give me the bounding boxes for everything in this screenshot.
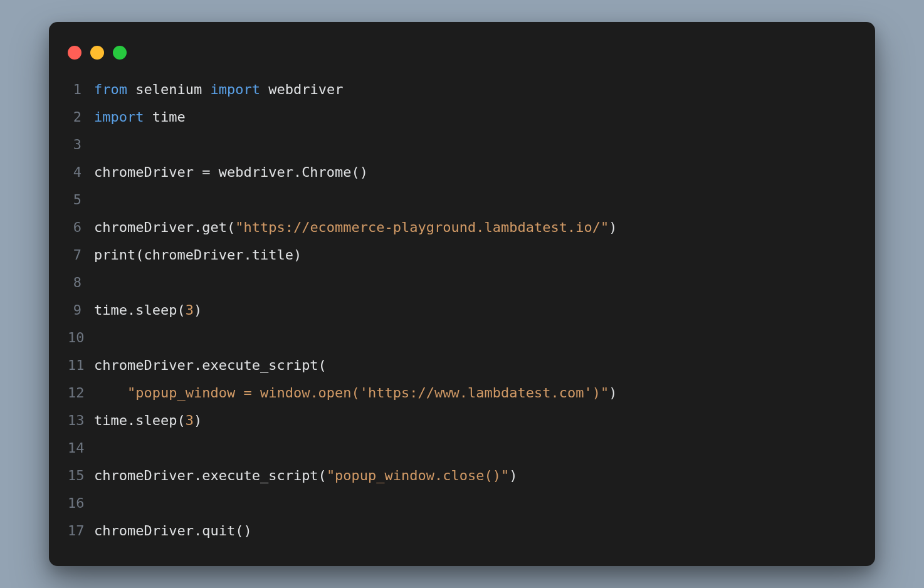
- token-def: print(chromeDriver.title): [94, 247, 302, 263]
- code-line[interactable]: 15chromeDriver.execute_script("popup_win…: [68, 462, 856, 490]
- code-line[interactable]: 5: [68, 186, 856, 214]
- token-kw: import: [210, 81, 260, 97]
- code-line[interactable]: 13time.sleep(3): [68, 407, 856, 434]
- code-line[interactable]: 1from selenium import webdriver: [68, 76, 856, 103]
- token-def: chromeDriver.get(: [94, 219, 235, 235]
- line-number: 8: [68, 269, 94, 297]
- editor-window: 1from selenium import webdriver2import t…: [49, 22, 875, 566]
- code-content[interactable]: chromeDriver.quit(): [94, 517, 856, 545]
- code-line[interactable]: 17chromeDriver.quit(): [68, 517, 856, 545]
- token-def: webdriver: [260, 81, 343, 97]
- line-number: 15: [68, 462, 94, 490]
- code-content[interactable]: chromeDriver.get("https://ecommerce-play…: [94, 214, 856, 241]
- token-def: ): [609, 219, 617, 235]
- line-number: 13: [68, 407, 94, 434]
- code-content[interactable]: [94, 131, 856, 159]
- line-number: 6: [68, 214, 94, 241]
- token-def: chromeDriver.execute_script(: [94, 468, 327, 483]
- zoom-icon[interactable]: [113, 46, 127, 60]
- code-line[interactable]: 4chromeDriver = webdriver.Chrome(): [68, 159, 856, 186]
- token-str: "https://ecommerce-playground.lambdatest…: [235, 219, 609, 235]
- code-line[interactable]: 16: [68, 490, 856, 517]
- token-def: ): [194, 412, 202, 428]
- line-number: 2: [68, 103, 94, 131]
- token-def: ): [194, 302, 202, 318]
- token-num: 3: [186, 412, 194, 428]
- code-line[interactable]: 8: [68, 269, 856, 297]
- token-def: time.sleep(: [94, 412, 186, 428]
- line-number: 3: [68, 131, 94, 159]
- line-number: 16: [68, 490, 94, 517]
- code-line[interactable]: 2import time: [68, 103, 856, 131]
- token-def: [94, 385, 127, 401]
- code-content[interactable]: [94, 434, 856, 462]
- code-line[interactable]: 6chromeDriver.get("https://ecommerce-pla…: [68, 214, 856, 241]
- token-def: selenium: [127, 81, 210, 97]
- line-number: 10: [68, 324, 94, 352]
- token-str: "popup_window.close()": [327, 468, 509, 483]
- line-number: 17: [68, 517, 94, 545]
- code-content[interactable]: import time: [94, 103, 856, 131]
- code-content[interactable]: [94, 490, 856, 517]
- code-line[interactable]: 3: [68, 131, 856, 159]
- token-def: chromeDriver.quit(): [94, 523, 252, 538]
- line-number: 7: [68, 241, 94, 269]
- window-title-bar: [49, 39, 875, 76]
- code-line[interactable]: 12 "popup_window = window.open('https://…: [68, 379, 856, 407]
- line-number: 11: [68, 352, 94, 379]
- token-def: ): [509, 468, 517, 483]
- token-kw: from: [94, 81, 127, 97]
- code-content[interactable]: chromeDriver.execute_script("popup_windo…: [94, 462, 856, 490]
- code-line[interactable]: 10: [68, 324, 856, 352]
- line-number: 1: [68, 76, 94, 103]
- code-line[interactable]: 7print(chromeDriver.title): [68, 241, 856, 269]
- code-line[interactable]: 9time.sleep(3): [68, 297, 856, 324]
- line-number: 14: [68, 434, 94, 462]
- token-def: time.sleep(: [94, 302, 186, 318]
- token-def: chromeDriver.execute_script(: [94, 357, 327, 373]
- code-editor[interactable]: 1from selenium import webdriver2import t…: [49, 76, 875, 545]
- code-line[interactable]: 14: [68, 434, 856, 462]
- code-content[interactable]: "popup_window = window.open('https://www…: [94, 379, 856, 407]
- token-num: 3: [186, 302, 194, 318]
- code-content[interactable]: from selenium import webdriver: [94, 76, 856, 103]
- code-content[interactable]: print(chromeDriver.title): [94, 241, 856, 269]
- line-number: 5: [68, 186, 94, 214]
- close-icon[interactable]: [68, 46, 81, 60]
- token-def: ): [609, 385, 617, 401]
- line-number: 4: [68, 159, 94, 186]
- token-kw: import: [94, 109, 144, 125]
- code-content[interactable]: chromeDriver = webdriver.Chrome(): [94, 159, 856, 186]
- code-content[interactable]: time.sleep(3): [94, 297, 856, 324]
- line-number: 12: [68, 379, 94, 407]
- token-def: time: [144, 109, 185, 125]
- code-line[interactable]: 11chromeDriver.execute_script(: [68, 352, 856, 379]
- code-content[interactable]: [94, 186, 856, 214]
- minimize-icon[interactable]: [90, 46, 104, 60]
- code-content[interactable]: time.sleep(3): [94, 407, 856, 434]
- token-str: "popup_window = window.open('https://www…: [127, 385, 609, 401]
- line-number: 9: [68, 297, 94, 324]
- code-content[interactable]: [94, 269, 856, 297]
- code-content[interactable]: [94, 324, 856, 352]
- token-def: chromeDriver = webdriver.Chrome(): [94, 164, 368, 180]
- code-content[interactable]: chromeDriver.execute_script(: [94, 352, 856, 379]
